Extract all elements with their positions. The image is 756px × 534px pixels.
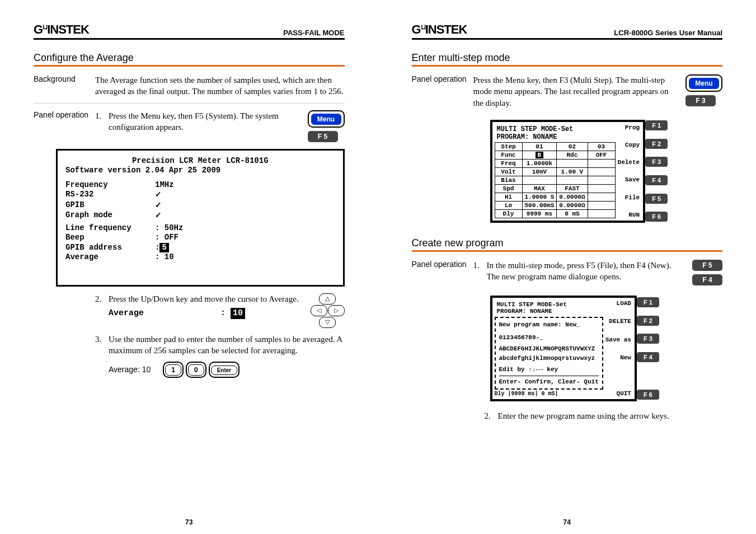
average-value-hi: 10 xyxy=(231,308,245,319)
f4-key-b[interactable]: F 4 xyxy=(692,274,722,285)
f5-key-b[interactable]: F 5 xyxy=(692,260,722,271)
softkey-quit[interactable]: QUIT xyxy=(605,390,632,397)
orange-rule xyxy=(34,65,345,67)
f3-key-d[interactable]: F 3 xyxy=(637,334,659,344)
section-create-prog: Create new program xyxy=(412,237,723,249)
softkey-saveas[interactable]: Save as xyxy=(605,336,632,343)
f3-key[interactable]: F 3 xyxy=(685,95,716,106)
check-icon xyxy=(155,190,162,200)
f5-key[interactable]: F 5 xyxy=(308,131,338,142)
text-background: The Average function sets the number of … xyxy=(95,74,345,97)
scr-title: Precision LCR Meter LCR-8101G xyxy=(65,156,335,166)
r-step2-2-text: Enter the new program name using the arr… xyxy=(498,410,669,421)
numkey-0[interactable]: 0 xyxy=(186,362,206,377)
header-right: G⊔INSTEK LCR-8000G Series User Manual xyxy=(412,22,723,40)
numkey-enter[interactable]: Enter xyxy=(209,362,240,377)
page-number-left: 73 xyxy=(0,518,378,526)
f2-key[interactable]: F 2 xyxy=(645,139,668,149)
r-step2-1-text: In the multi-step mode, press F5 (File),… xyxy=(487,260,683,285)
section-title-configure: Configure the Average xyxy=(34,52,345,64)
softkey-delete2[interactable]: DELETE xyxy=(605,318,632,325)
example-label: Average: 10 xyxy=(109,364,151,375)
softkey-file[interactable]: File xyxy=(618,194,641,201)
header-title-left: PASS-FAIL MODE xyxy=(283,29,344,37)
softkey-load[interactable]: LOAD xyxy=(605,300,632,307)
gpib-highlight: 5 xyxy=(159,243,168,253)
page-right: G⊔INSTEK LCR-8000G Series User Manual En… xyxy=(378,0,757,534)
numkey-1[interactable]: 1 xyxy=(163,362,184,377)
softkey-run[interactable]: RUN xyxy=(618,212,641,218)
step1-text: Press the Menu key, then F5 (System). Th… xyxy=(109,110,298,142)
f2-key-d[interactable]: F 2 xyxy=(637,316,659,326)
lcd-screen-multistep: MULTI STEP MODE-SetPROGRAM: NONAME Step0… xyxy=(490,120,646,223)
menu-key-r[interactable]: Menu xyxy=(685,74,722,92)
page-number-right: 74 xyxy=(378,518,757,526)
arrow-pad-icon[interactable]: △ ◁▷ ▽ xyxy=(311,293,345,328)
check-icon xyxy=(155,210,162,221)
softkey-prog[interactable]: Prog xyxy=(618,124,641,131)
f4-key-d[interactable]: F 4 xyxy=(637,352,659,362)
orange-rule xyxy=(412,65,723,67)
divider xyxy=(34,103,345,104)
f1-key-d[interactable]: F 1 xyxy=(637,297,659,307)
f6-key-d[interactable]: F 6 xyxy=(637,390,659,400)
orange-rule xyxy=(412,250,723,252)
f3-key[interactable]: F 3 xyxy=(645,157,668,167)
lcd-screen-system: Precision LCR Meter LCR-8101G Software v… xyxy=(56,149,345,287)
step2-text: Press the Up/Down key and move the curso… xyxy=(109,293,302,305)
label-panel-op-r: Panel operation xyxy=(412,74,473,109)
r-step1-text: Press the Menu key, then F3 (Multi Step)… xyxy=(473,74,676,109)
brand-logo: G⊔INSTEK xyxy=(34,22,89,37)
brand-logo: G⊔INSTEK xyxy=(412,22,467,37)
softkey-copy[interactable]: Copy xyxy=(618,142,641,148)
f4-key[interactable]: F 4 xyxy=(645,175,668,185)
check-icon xyxy=(155,200,162,211)
page-left: G⊔INSTEK PASS-FAIL MODE Configure the Av… xyxy=(0,0,378,534)
ms-table: Step010203 FuncBRdcOFF Freq1.0000k Volt1… xyxy=(495,142,616,218)
label-panel-op-r2: Panel operation xyxy=(412,260,473,285)
average-label: Average xyxy=(109,308,220,319)
step3-text: Use the number pad to enter the number o… xyxy=(109,334,345,357)
softkey-new[interactable]: New xyxy=(605,354,632,361)
f1-key[interactable]: F 1 xyxy=(645,120,668,130)
label-background: Background xyxy=(34,74,95,97)
header-title-right: LCR-8000G Series User Manual xyxy=(614,29,722,37)
menu-key[interactable]: Menu xyxy=(308,110,345,128)
softkey-save[interactable]: Save xyxy=(618,176,641,183)
softkey-delete[interactable]: Delete xyxy=(618,159,641,166)
new-prog-name: New program name: New_ xyxy=(499,320,599,330)
f5-key[interactable]: F 5 xyxy=(645,194,668,204)
label-panel-op: Panel operation xyxy=(34,110,95,142)
section-enter-ms: Enter multi-step mode xyxy=(412,52,723,64)
header-left: G⊔INSTEK PASS-FAIL MODE xyxy=(34,22,345,40)
scr-version: Software version 2.04 Apr 25 2009 xyxy=(65,166,335,176)
lcd-screen-dialog: MULTI STEP MODE-SetPROGRAM: NONAME New p… xyxy=(490,296,637,401)
f6-key[interactable]: F 6 xyxy=(645,212,668,222)
